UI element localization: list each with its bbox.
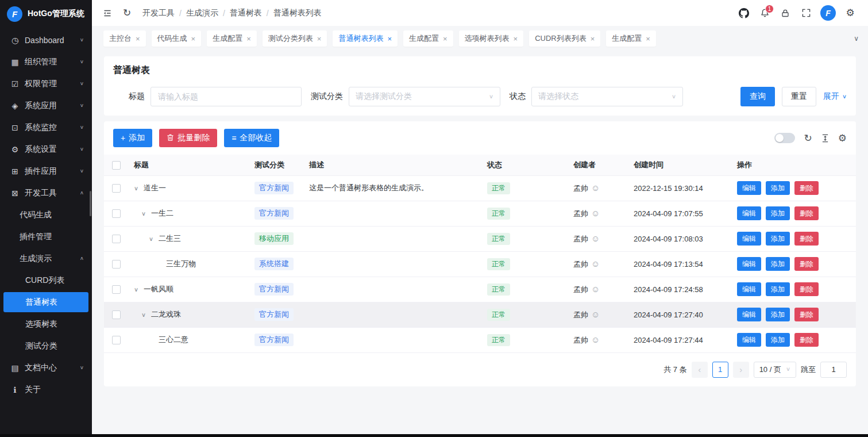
tab-主控台[interactable]: 主控台×: [103, 30, 146, 47]
sidebar-item-code-gen[interactable]: 代码生成: [0, 205, 92, 225]
settings-gear-icon[interactable]: ⚙: [842, 5, 859, 22]
edit-button[interactable]: 编辑: [737, 257, 761, 271]
prev-page-button[interactable]: ‹: [692, 362, 708, 378]
row-checkbox[interactable]: [112, 310, 121, 319]
add-row-button[interactable]: 添加: [766, 181, 790, 195]
row-checkbox[interactable]: [112, 209, 121, 218]
add-row-button[interactable]: 添加: [766, 206, 790, 220]
tab-options-chevron-icon[interactable]: ∨: [854, 34, 859, 43]
breadcrumb-item[interactable]: 生成演示: [186, 8, 218, 18]
reset-button[interactable]: 重置: [782, 87, 816, 106]
tab-代码生成[interactable]: 代码生成×: [152, 30, 202, 47]
tab-close-icon[interactable]: ×: [514, 34, 518, 43]
sidebar-item-dev-tools[interactable]: ⊠开发工具∧: [0, 183, 92, 203]
reload-page-icon[interactable]: ↻: [118, 5, 136, 22]
tab-选项树表列表[interactable]: 选项树表列表×: [459, 30, 524, 47]
edit-button[interactable]: 编辑: [737, 206, 761, 220]
breadcrumb-item[interactable]: 开发工具: [142, 8, 175, 18]
breadcrumb-item[interactable]: 普通树表列表: [273, 8, 322, 18]
sidebar-item-plugin-app[interactable]: ⊞插件应用∨: [0, 161, 92, 181]
row-checkbox[interactable]: [112, 235, 121, 243]
toggle-switch[interactable]: [774, 133, 795, 143]
status-filter-select[interactable]: 请选择状态 ∨: [531, 87, 683, 106]
add-row-button[interactable]: 添加: [766, 308, 790, 321]
sidebar-item-gen-demo[interactable]: 生成演示∧: [0, 248, 92, 269]
sidebar-item-curd-list[interactable]: CURD列表: [0, 270, 92, 290]
sidebar-item-test-category[interactable]: 测试分类: [0, 336, 92, 356]
page-size-select[interactable]: 10 / 页 ∨: [754, 362, 796, 378]
sidebar-item-dashboard[interactable]: ◷Dashboard∨: [0, 30, 92, 50]
delete-button[interactable]: 删除: [794, 282, 819, 296]
delete-button[interactable]: 删除: [794, 257, 819, 271]
sidebar-item-system-monitor[interactable]: ⊡系统监控∨: [0, 117, 92, 137]
edit-button[interactable]: 编辑: [737, 181, 761, 195]
delete-button[interactable]: 删除: [794, 333, 819, 347]
tab-普通树表列表[interactable]: 普通树表列表×: [333, 30, 398, 47]
refresh-table-icon[interactable]: ↻: [804, 133, 812, 143]
tab-生成配置[interactable]: 生成配置×: [207, 30, 257, 47]
row-expand-chevron-icon[interactable]: ∨: [141, 210, 151, 217]
sidebar-scrollbar[interactable]: [90, 191, 91, 216]
tab-close-icon[interactable]: ×: [646, 34, 650, 43]
edit-button[interactable]: 编辑: [737, 282, 761, 296]
tab-测试分类列表[interactable]: 测试分类列表×: [263, 30, 327, 47]
delete-button[interactable]: 删除: [794, 232, 819, 246]
tab-close-icon[interactable]: ×: [191, 34, 196, 43]
add-row-button[interactable]: 添加: [766, 282, 790, 296]
batch-delete-button[interactable]: 批量删除: [159, 129, 217, 147]
row-expand-chevron-icon[interactable]: ∨: [149, 236, 159, 243]
add-row-button[interactable]: 添加: [766, 257, 790, 271]
sidebar-item-about[interactable]: ℹ关于: [0, 379, 92, 400]
breadcrumb-item[interactable]: 普通树表: [230, 8, 262, 18]
column-settings-icon[interactable]: ⚙: [838, 133, 847, 143]
row-expand-chevron-icon[interactable]: ∨: [134, 185, 144, 192]
tab-close-icon[interactable]: ×: [591, 34, 595, 43]
jump-page-input[interactable]: [820, 362, 847, 378]
tab-生成配置[interactable]: 生成配置×: [606, 30, 656, 47]
sidebar-item-system-app[interactable]: ◈系统应用∨: [0, 95, 92, 116]
collapse-all-button[interactable]: ≡ 全部收起: [224, 129, 279, 147]
sidebar-item-option-tree[interactable]: 选项树表: [0, 314, 92, 334]
edit-button[interactable]: 编辑: [737, 333, 761, 347]
notification-bell-icon[interactable]: 1: [756, 5, 773, 22]
row-expand-chevron-icon[interactable]: ∨: [134, 286, 144, 293]
edit-button[interactable]: 编辑: [737, 308, 761, 321]
sidebar-item-system-setting[interactable]: ⚙系统设置∨: [0, 139, 92, 159]
page-number-button[interactable]: 1: [712, 362, 728, 378]
search-button[interactable]: 查询: [740, 87, 775, 106]
sidebar-item-doc-center[interactable]: ▤文档中心∨: [0, 358, 92, 378]
tab-close-icon[interactable]: ×: [387, 34, 392, 43]
sidebar-item-organization[interactable]: ▦组织管理∨: [0, 52, 92, 72]
tab-close-icon[interactable]: ×: [136, 34, 140, 43]
select-all-checkbox[interactable]: [112, 161, 121, 170]
lock-screen-icon[interactable]: [777, 5, 794, 22]
tab-close-icon[interactable]: ×: [317, 34, 322, 43]
sidebar-item-normal-tree[interactable]: 普通树表: [3, 292, 88, 312]
delete-button[interactable]: 删除: [794, 308, 819, 321]
delete-button[interactable]: 删除: [794, 181, 819, 195]
row-expand-chevron-icon[interactable]: ∨: [141, 312, 151, 319]
collapse-sidebar-icon[interactable]: [99, 5, 116, 22]
tab-生成配置[interactable]: 生成配置×: [403, 30, 453, 47]
title-filter-input[interactable]: [151, 87, 302, 106]
add-button[interactable]: + 添加: [113, 129, 152, 147]
row-checkbox[interactable]: [112, 336, 121, 344]
row-checkbox[interactable]: [112, 285, 121, 294]
tab-close-icon[interactable]: ×: [246, 34, 251, 43]
sidebar-item-permission[interactable]: ☑权限管理∨: [0, 74, 92, 94]
delete-button[interactable]: 删除: [794, 206, 819, 220]
row-height-icon[interactable]: [821, 134, 829, 143]
tab-close-icon[interactable]: ×: [443, 34, 447, 43]
tab-CUDR列表列表[interactable]: CUDR列表列表×: [529, 30, 600, 47]
row-checkbox[interactable]: [112, 184, 121, 193]
add-row-button[interactable]: 添加: [766, 333, 790, 347]
github-icon[interactable]: [735, 5, 753, 22]
expand-filters-link[interactable]: 展开 ∨: [823, 91, 847, 102]
fullscreen-icon[interactable]: [797, 5, 815, 22]
user-avatar[interactable]: F: [820, 5, 836, 21]
category-filter-select[interactable]: 请选择测试分类 ∨: [349, 87, 500, 106]
edit-button[interactable]: 编辑: [737, 232, 761, 246]
app-logo[interactable]: F HotGo管理系统: [0, 0, 92, 28]
next-page-button[interactable]: ›: [733, 362, 749, 378]
sidebar-item-plugin-manage[interactable]: 插件管理: [0, 227, 92, 247]
